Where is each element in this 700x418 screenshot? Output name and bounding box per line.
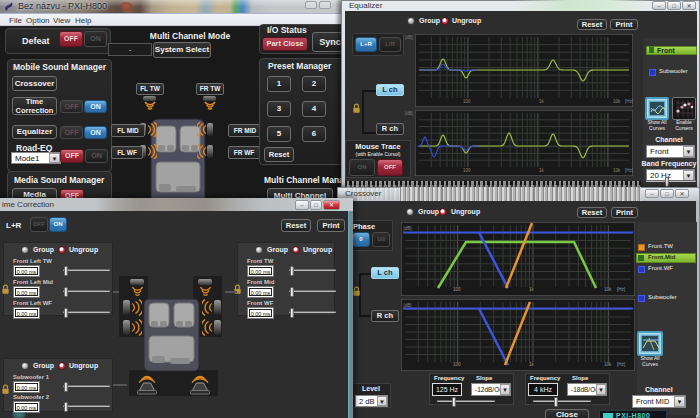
svg-text:10k: 10k [604, 362, 612, 367]
svg-text:100: 100 [453, 287, 461, 292]
svg-text:[dB]: [dB] [404, 226, 412, 231]
svg-text:[Hz]: [Hz] [617, 287, 625, 292]
svg-text:[dB]: [dB] [404, 303, 412, 308]
svg-text:[Hz]: [Hz] [625, 168, 633, 173]
svg-text:1k: 1k [539, 99, 545, 104]
svg-text:1k: 1k [539, 168, 545, 173]
svg-text:100: 100 [463, 168, 471, 173]
svg-text:1k: 1k [529, 362, 535, 367]
svg-text:100: 100 [463, 99, 471, 104]
svg-text:100: 100 [453, 362, 461, 367]
svg-text:10k: 10k [613, 99, 621, 104]
svg-text:[Hz]: [Hz] [617, 362, 625, 367]
svg-text:10k: 10k [613, 168, 621, 173]
svg-text:1k: 1k [529, 287, 535, 292]
svg-text:10k: 10k [604, 287, 612, 292]
svg-text:[Hz]: [Hz] [625, 99, 633, 104]
